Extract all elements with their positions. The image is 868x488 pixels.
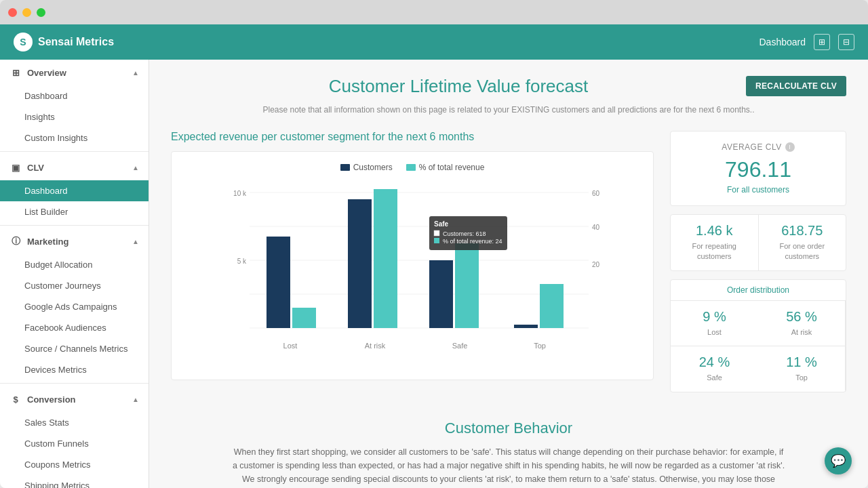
svg-text:Safe: Safe [452, 342, 468, 350]
behavior-section: Customer Behavior When they first start … [171, 420, 846, 488]
logo: S Sensai Metrics [14, 33, 114, 52]
sidebar-section-marketing[interactable]: ⓘ Marketing ▲ [0, 228, 149, 254]
sidebar-clv-label: CLV [27, 163, 44, 173]
svg-rect-14 [429, 260, 453, 328]
svg-text:5 k: 5 k [237, 258, 247, 265]
chevron-clv: ▲ [132, 164, 139, 171]
page-subtitle: Please note that all information shown o… [171, 105, 846, 115]
close-button[interactable] [8, 8, 17, 17]
svg-text:10 k: 10 k [233, 190, 247, 197]
sidebar-overview-label: Overview [27, 68, 66, 78]
repeating-label: For repeating customers [679, 241, 750, 262]
order-dist-title: Order distribution [671, 280, 846, 301]
sidebar-item-insights[interactable]: Insights [0, 106, 149, 127]
dist-safe-value: 24 % [679, 354, 750, 370]
sidebar-section-overview[interactable]: ⊞ Overview ▲ [0, 60, 149, 85]
recalculate-clv-button[interactable]: RECALCULATE CLV [746, 76, 846, 96]
repeating-value: 1.46 k [679, 223, 750, 239]
dist-lost-label: Lost [679, 327, 750, 338]
svg-text:Lost: Lost [283, 342, 298, 350]
legend-pct-color [406, 164, 416, 171]
chart-section: Expected revenue per customer segment fo… [171, 131, 654, 401]
behavior-title: Customer Behavior [171, 420, 846, 437]
svg-rect-12 [348, 199, 372, 328]
sidebar-item-dashboard-overview[interactable]: Dashboard [0, 85, 149, 106]
chevron-overview: ▲ [132, 69, 139, 77]
nav-icon-expand[interactable]: ⊞ [814, 34, 830, 50]
svg-text:% of total revenue: 24: % of total revenue: 24 [443, 238, 502, 245]
sidebar-item-devices[interactable]: Devices Metrics [0, 359, 149, 380]
order-dist-at-risk: 56 % At risk [758, 301, 846, 346]
chevron-marketing: ▲ [132, 238, 139, 245]
one-order-label: For one order customers [767, 241, 838, 262]
order-dist-safe: 24 % Safe [671, 346, 758, 391]
order-distribution: Order distribution 9 % Lost 56 % At risk… [670, 279, 846, 392]
legend-customers-label: Customers [353, 163, 393, 172]
svg-text:Top: Top [534, 342, 546, 350]
repeating-customers-stat: 1.46 k For repeating customers [671, 215, 759, 270]
sidebar-item-facebook[interactable]: Facebook Audiences [0, 317, 149, 338]
legend-customers: Customers [340, 163, 393, 172]
sidebar-item-channels[interactable]: Source / Channels Metrics [0, 338, 149, 359]
svg-text:20: 20 [592, 261, 600, 268]
one-order-value: 618.75 [767, 223, 838, 239]
sidebar-item-clv-dashboard[interactable]: Dashboard [0, 180, 149, 201]
svg-rect-10 [267, 237, 290, 328]
nav-icon-grid[interactable]: ⊟ [838, 34, 854, 50]
sidebar-item-budget[interactable]: Budget Allocation [0, 254, 149, 275]
title-bar [0, 0, 868, 24]
logo-text: Sensai Metrics [38, 36, 114, 48]
sidebar-item-custom-insights[interactable]: Custom Insights [0, 127, 149, 148]
sidebar-marketing-label: Marketing [27, 237, 68, 247]
sidebar-section-clv[interactable]: ▣ CLV ▲ [0, 155, 149, 180]
dist-top-label: Top [766, 373, 837, 383]
dashboard-nav-label: Dashboard [760, 37, 806, 47]
avg-clv-value: 796.11 [682, 157, 835, 182]
sidebar-item-list-builder[interactable]: List Builder [0, 201, 149, 222]
marketing-icon: ⓘ [9, 235, 22, 247]
svg-rect-24 [434, 230, 439, 236]
svg-rect-15 [455, 243, 479, 328]
page-title: Customer Lifetime Value forecast [171, 76, 846, 97]
order-dist-top: 11 % Top [758, 346, 846, 391]
avg-clv-box: AVERAGE CLV i 796.11 For all customers [670, 131, 846, 206]
chevron-conversion: ▲ [132, 396, 139, 403]
svg-text:40: 40 [592, 224, 600, 231]
dist-at-risk-value: 56 % [766, 309, 837, 325]
grid-icon: ⊞ [9, 66, 22, 79]
sidebar-item-sales-stats[interactable]: Sales Stats [0, 412, 149, 433]
svg-rect-11 [292, 308, 316, 328]
conversion-icon: $ [9, 393, 22, 405]
sidebar-section-conversion[interactable]: $ Conversion ▲ [0, 386, 149, 412]
avg-clv-sub: For all customers [682, 185, 835, 195]
sidebar-item-google-ads[interactable]: Google Ads Campaigns [0, 296, 149, 317]
bar-chart: 10 k 5 k 60 40 20 [182, 179, 642, 369]
legend-customers-color [340, 164, 350, 171]
maximize-button[interactable] [37, 8, 45, 17]
svg-text:60: 60 [592, 190, 600, 197]
sidebar-item-coupons[interactable]: Coupons Metrics [0, 454, 149, 475]
svg-rect-17 [540, 284, 564, 328]
sidebar-conversion-label: Conversion [27, 394, 76, 405]
top-nav-right: Dashboard ⊞ ⊟ [760, 34, 855, 50]
customer-type-stats: 1.46 k For repeating customers 618.75 Fo… [670, 214, 846, 271]
info-icon[interactable]: i [785, 142, 795, 152]
sidebar-item-shipping[interactable]: Shipping Metrics [0, 475, 149, 488]
chart-legend: Customers % of total revenue [182, 163, 642, 172]
svg-text:At risk: At risk [365, 342, 386, 350]
legend-pct-revenue: % of total revenue [406, 163, 485, 172]
sidebar: ⊞ Overview ▲ Dashboard Insights Custom I… [0, 60, 149, 488]
chart-title: Expected revenue per customer segment fo… [171, 131, 654, 143]
svg-rect-13 [374, 189, 397, 328]
bar-chart-svg: 10 k 5 k 60 40 20 [182, 179, 642, 369]
dist-lost-value: 9 % [679, 309, 750, 325]
dist-safe-label: Safe [679, 373, 750, 383]
sidebar-item-funnels[interactable]: Custom Funnels [0, 433, 149, 454]
clv-icon: ▣ [9, 161, 22, 174]
svg-rect-16 [514, 325, 538, 328]
avg-clv-label: AVERAGE CLV i [682, 142, 835, 152]
chat-button[interactable]: 💬 [825, 447, 852, 474]
sidebar-item-journeys[interactable]: Customer Journeys [0, 275, 149, 296]
dist-top-value: 11 % [766, 354, 837, 370]
minimize-button[interactable] [22, 8, 31, 17]
